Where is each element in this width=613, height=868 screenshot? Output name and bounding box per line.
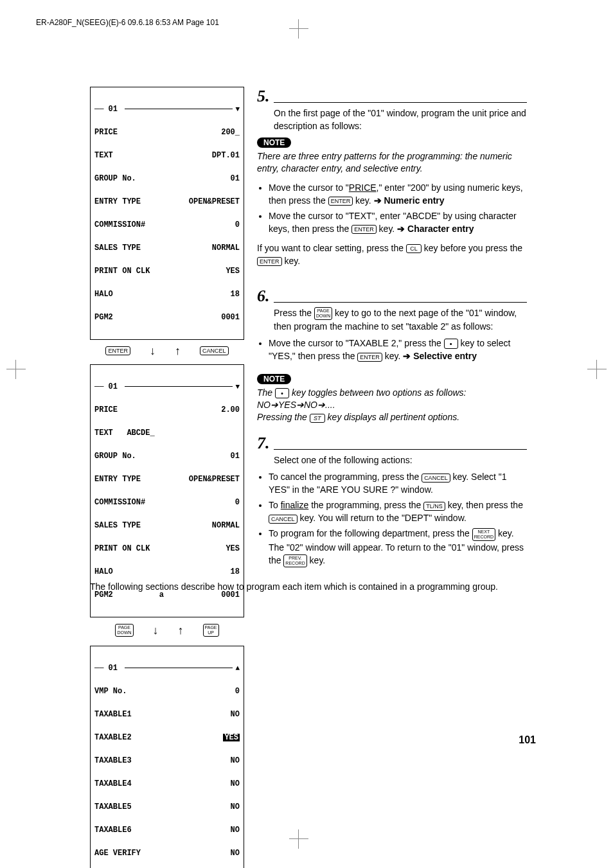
enter-key-icon: ENTER [357, 353, 382, 362]
crop-mark-right [587, 360, 607, 379]
cl-key-icon: CL [406, 244, 422, 253]
up-arrow-icon: ↑ [175, 347, 181, 355]
step-7-bullet-1: To cancel the programming, press the CAN… [269, 470, 527, 496]
down-arrow-icon: ↓ [150, 347, 155, 355]
cancel-key-icon: CANCEL [269, 515, 298, 524]
dot-key-icon: • [444, 339, 458, 349]
step-5: 5. On the first page of the "01" window,… [257, 87, 527, 267]
step-6-lead: Press the PAGEDOWN key to go to the next… [274, 306, 527, 333]
step-5-lead: On the first page of the "01" window, pr… [274, 107, 527, 132]
enter-key-icon: ENTER [257, 257, 282, 266]
screen-1-title: 01 [109, 105, 118, 113]
step-6-number: 6. [257, 287, 274, 306]
step-7-bullet-3: To program for the following department,… [269, 527, 527, 567]
down-triangle-icon: ▼ [235, 383, 240, 391]
page-number: 101 [519, 734, 536, 746]
screen-3-title: 01 [109, 664, 118, 672]
step-6-note: The • key toggles between two options as… [257, 387, 527, 423]
page-down-key-icon: PAGEDOWN [314, 307, 332, 320]
step-5-bullet-1: Move the cursor to "PRICE," enter "200" … [269, 181, 527, 207]
next-record-key-icon: NEXTRECORD [472, 528, 495, 541]
enter-key-icon: ENTER [351, 225, 377, 234]
step-5-bullet-2: Move the cursor to "TEXT", enter "ABCDE"… [269, 209, 527, 235]
prev-record-key-icon: PREV.RECORD [283, 554, 306, 567]
crop-mark-top [289, 19, 308, 39]
step-7-lead: Select one of the following actions: [274, 454, 527, 466]
step-5-number: 5. [257, 87, 274, 106]
step-5-tail: If you want to clear setting, press the … [257, 242, 527, 267]
cancel-key-icon: CANCEL [200, 346, 229, 355]
page-header: ER-A280F_N(SEEG)(E)-6 09.6.18 6:53 AM Pa… [36, 18, 219, 27]
step-7-number: 7. [257, 434, 274, 453]
page-up-key-icon: PAGEUP [203, 624, 219, 637]
step-6: 6. Press the PAGEDOWN key to go to the n… [257, 287, 527, 423]
up-arrow-icon: ↑ [178, 626, 184, 634]
step-7-bullet-2: To finalize the programming, press the T… [269, 499, 527, 524]
screen-1: ── 01 ▼ PRICE200_ TEXTDPT.01 GROUP No.01… [90, 87, 244, 340]
enter-key-icon: ENTER [105, 346, 130, 355]
nav-row-2: PAGEDOWN ↓ ↑ PAGEUP [90, 624, 244, 637]
crop-mark-bottom [289, 829, 308, 849]
screen-2-title: 01 [109, 383, 118, 391]
nav-row-1: ENTER ↓ ↑ CANCEL [90, 346, 244, 355]
note-label: NOTE [257, 137, 291, 148]
step-7: 7. Select one of the following actions: … [257, 434, 527, 567]
page-down-key-icon: PAGEDOWN [115, 624, 133, 637]
step-6-bullet-1: Move the cursor to "TAXABLE 2," press th… [269, 337, 527, 362]
bottom-paragraph: The following sections describe how to p… [90, 581, 540, 592]
enter-key-icon: ENTER [328, 197, 353, 206]
cancel-key-icon: CANCEL [422, 474, 450, 483]
step-5-note: There are three entry patterns for the p… [257, 150, 527, 175]
crop-mark-left [6, 360, 26, 379]
up-triangle-icon: ▲ [235, 664, 240, 672]
screen-2: ── 01 ▼ PRICE2.00 TEXT ABCDE_ GROUP No.0… [90, 364, 244, 617]
tlns-key-icon: TL/NS [423, 502, 445, 511]
down-triangle-icon: ▼ [235, 105, 240, 113]
note-label: NOTE [257, 374, 291, 384]
down-arrow-icon: ↓ [153, 626, 159, 634]
dot-key-icon: • [275, 388, 289, 398]
st-key-icon: ST [310, 414, 325, 423]
screen-3: ── 01 ▲ VMP No.0 TAXABLE1NO TAXABLE2YES … [90, 646, 244, 868]
